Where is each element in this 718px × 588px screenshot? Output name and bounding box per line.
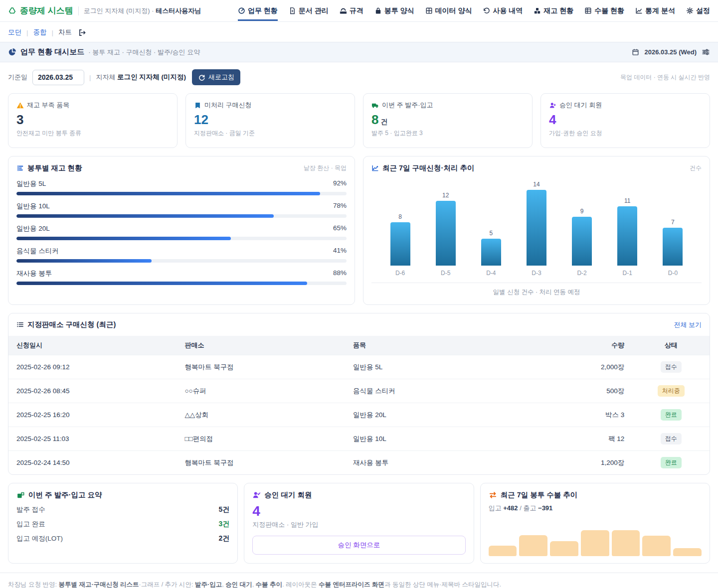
nav-item-data-forms[interactable]: 데이터 양식: [425, 1, 472, 21]
logout-button[interactable]: [78, 28, 86, 37]
chart-column: 11D-1: [605, 177, 650, 277]
document-icon: [289, 7, 296, 14]
table-row[interactable]: 2025-02-25 16:20△△상회일반용 20L 박스 3 완료: [8, 403, 710, 427]
chart-bar: [617, 206, 637, 266]
page: 종량제 시스템 로그인 지자체 (미지정) · 테스터사용자님 업무 현황 문서…: [0, 0, 718, 588]
filter-bar: 기준일 | 지자체 로그인 지자체 (미지정) 새로고침 목업 데이터 · 연동…: [0, 62, 718, 91]
inventory-bar-row: 일반용 10L78%: [16, 202, 347, 218]
stat-card-low-stock[interactable]: 재고 부족 품목 3 안전재고 미만 봉투 종류: [8, 93, 178, 148]
org-value: 로그인 지자체 (미지정): [117, 73, 186, 81]
ledger-icon: [584, 7, 592, 14]
trend-icon: [635, 7, 643, 14]
mini-bar: [642, 536, 671, 556]
mock-data-note: 목업 데이터 · 연동 시 실시간 반영: [620, 73, 710, 82]
main-nav: 업무 현황 문서 관리 규격 봉투 양식 데이터 양식 사용 내역: [238, 1, 710, 21]
refresh-button[interactable]: 새로고침: [192, 69, 240, 85]
view-link-modern[interactable]: 모던: [8, 28, 21, 37]
inventory-bars: 일반용 5L92% 일반용 10L78% 일반용 20L65% 음식물 스티커4…: [16, 179, 347, 285]
request-icon: [194, 102, 201, 109]
calendar-icon: [632, 48, 639, 56]
stat-card-pending-requests[interactable]: 미처리 구매신청 12 지정판매소 · 금일 기준: [185, 93, 355, 148]
inventory-bar-row: 일반용 20L65%: [16, 224, 347, 240]
chart-bar: [436, 201, 456, 266]
truck-icon: [371, 102, 379, 109]
view-link-overall[interactable]: 종합: [33, 28, 47, 37]
inventory-bar-row: 음식물 스티커41%: [16, 247, 347, 263]
pie-chart-icon: [8, 48, 16, 56]
nav-item-specs[interactable]: 규격: [340, 1, 363, 21]
trend-panel: 최근 7일 구매신청·처리 추이 건수 8D-6 12D-5 5D-4 14D-…: [363, 156, 710, 305]
view-link-chart[interactable]: 차트: [58, 28, 72, 37]
nav-item-bag-forms[interactable]: 봉투 양식: [374, 1, 414, 21]
dashboard-titlebar: 업무 현황 대시보드 · 봉투 재고 · 구매신청 · 발주/승인 요약 202…: [0, 42, 718, 62]
stat-cards: 재고 부족 품목 3 안전재고 미만 봉투 종류 미처리 구매신청 12 지정판…: [8, 93, 710, 148]
order-summary-title: 이번 주 발주·입고 요약: [28, 490, 102, 500]
table-row[interactable]: 2025-02-26 09:12행복마트 북구점일반용 5L 2,000장 접수: [8, 355, 710, 379]
stat-card-orders-week[interactable]: 이번 주 발주·입고 8건 발주 5 · 입고완료 3: [363, 93, 533, 148]
page-title: 업무 현황 대시보드: [20, 47, 84, 57]
daily-request-chart: 8D-6 12D-5 5D-4 14D-3 9D-2 11D-1 7D-0: [371, 177, 702, 277]
grid-icon: [425, 7, 433, 14]
view-switcher: 모던 | 종합 | 차트: [0, 22, 718, 42]
stat-card-pending-members[interactable]: 승인 대기 회원 4 가입·권한 승인 요청: [540, 93, 710, 148]
chart-bar: [527, 190, 546, 266]
mini-bar: [550, 541, 578, 556]
mini-bar: [519, 535, 547, 556]
table-header-row: 신청일시 판매소 품목 수량 상태: [8, 336, 710, 355]
nav-item-statistics[interactable]: 통계 분석: [635, 1, 675, 21]
history-icon: [483, 7, 490, 14]
approval-count: 4: [252, 504, 465, 518]
col-header-status: 상태: [632, 336, 710, 355]
trend-panel-caption: 일별 신청 건수 · 처리 연동 예정: [371, 283, 702, 297]
login-user: 테스터사용자님: [156, 7, 201, 14]
org-info: 지자체 로그인 지자체 (미지정): [96, 73, 186, 82]
inventory-panel-note: 낱장 환산 · 목업: [304, 164, 347, 172]
inbound-box-icon: [16, 491, 25, 499]
chart-bar: [663, 228, 683, 266]
status-badge: 완료: [661, 409, 682, 421]
view-all-link[interactable]: 전체 보기: [674, 320, 702, 329]
status-badge: 접수: [661, 433, 682, 444]
list-icon: [16, 321, 24, 328]
nav-item-settings[interactable]: 설정: [686, 1, 710, 21]
transfer-mini-chart: [489, 529, 702, 556]
transfer-summary: 입고 +482 / 출고 −391: [489, 504, 702, 513]
sliders-icon[interactable]: [702, 48, 710, 56]
col-header-date: 신청일시: [8, 336, 177, 355]
nav-item-documents[interactable]: 문서 관리: [289, 1, 329, 21]
mini-bar: [581, 530, 609, 556]
trend-panel-unit: 건수: [690, 164, 702, 172]
table-row[interactable]: 2025-02-24 14:50행복마트 북구점재사용 봉투 1,200장 완료: [8, 451, 710, 475]
approval-caption: 지정판매소 · 일반 가입: [252, 520, 465, 529]
chart-column: 14D-3: [514, 177, 559, 277]
inventory-bar-row: 일반용 5L92%: [16, 179, 347, 195]
approval-panel: 승인 대기 회원 4 지정판매소 · 일반 가입 승인 화면으로: [244, 483, 474, 564]
transfer-panel: 최근 7일 봉투 수불 추이 입고 +482 / 출고 −391: [480, 483, 710, 564]
col-header-qty: 수량: [534, 336, 632, 355]
warning-icon: [16, 102, 24, 109]
mini-bar: [673, 548, 702, 556]
go-to-approval-button[interactable]: 승인 화면으로: [252, 536, 465, 555]
titlebar-date: 2026.03.25 (Wed): [644, 48, 697, 56]
table-row[interactable]: 2025-02-26 08:45○○슈퍼음식물 스티커 500장 처리중: [8, 379, 710, 403]
nav-item-work-status[interactable]: 업무 현황: [238, 1, 278, 21]
nav-item-usage-history[interactable]: 사용 내역: [483, 1, 523, 21]
nav-item-transfers[interactable]: 수불 현황: [584, 1, 624, 21]
nav-item-inventory[interactable]: 재고 현황: [534, 1, 573, 21]
refresh-icon: [198, 74, 205, 81]
base-date-input[interactable]: [32, 70, 84, 85]
status-badge: 접수: [661, 361, 682, 373]
chart-column: 9D-2: [559, 177, 605, 277]
table-row[interactable]: 2025-02-25 11:03□□편의점일반용 10L 팩 12 접수: [8, 427, 710, 451]
chart-bar: [572, 217, 592, 266]
app-title: 종량제 시스템: [20, 5, 73, 16]
transfer-panel-title: 최근 7일 봉투 수불 추이: [501, 490, 578, 500]
chart-column: 5D-4: [468, 177, 514, 277]
login-info: 로그인 지자체 (미지정) · 테스터사용자님: [84, 6, 201, 15]
recycle-icon: [8, 6, 16, 15]
chart-bar: [390, 222, 410, 266]
requests-panel: 지정판매소 구매신청 (최근) 전체 보기 신청일시 판매소 품목 수량 상태: [8, 313, 710, 475]
app-logo[interactable]: 종량제 시스템: [8, 5, 73, 16]
bag-icon: [374, 7, 382, 14]
chart-column: 7D-0: [650, 177, 696, 277]
